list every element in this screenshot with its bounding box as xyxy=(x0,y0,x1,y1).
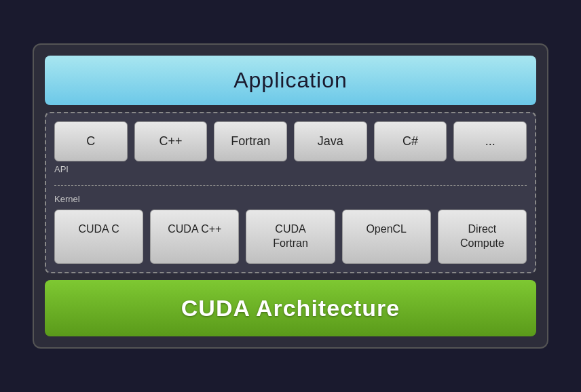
lang-fortran: Fortran xyxy=(214,121,287,161)
lang-csharp: C# xyxy=(374,121,447,161)
language-row: C C++ Fortran Java C# ... xyxy=(54,121,527,161)
cuda-architecture-bar: CUDA Architecture xyxy=(45,280,536,336)
application-title: Application xyxy=(233,68,348,92)
cuda-architecture-title: CUDA Architecture xyxy=(181,295,400,321)
kernel-row: CUDA C CUDA C++ CUDAFortran OpenCL Direc… xyxy=(54,210,527,264)
middle-section: C C++ Fortran Java C# ... API Kernel CUD… xyxy=(45,112,536,273)
kernel-direct-compute: DirectCompute xyxy=(438,210,527,264)
api-section: C C++ Fortran Java C# ... API xyxy=(54,121,527,177)
kernel-label: Kernel xyxy=(54,194,527,204)
kernel-cuda-c: CUDA C xyxy=(54,210,143,264)
main-container: Application C C++ Fortran Java C# ... AP… xyxy=(33,43,548,349)
lang-java: Java xyxy=(294,121,367,161)
lang-more: ... xyxy=(453,121,527,161)
lang-c: C xyxy=(54,121,128,161)
kernel-cuda-cpp: CUDA C++ xyxy=(150,210,239,264)
api-label: API xyxy=(54,164,527,174)
application-bar: Application xyxy=(45,56,536,105)
kernel-cuda-fortran: CUDAFortran xyxy=(246,210,335,264)
kernel-section: Kernel CUDA C CUDA C++ CUDAFortran OpenC… xyxy=(54,194,527,264)
api-kernel-divider xyxy=(54,185,527,186)
kernel-opencl: OpenCL xyxy=(342,210,431,264)
lang-cpp: C++ xyxy=(134,121,208,161)
